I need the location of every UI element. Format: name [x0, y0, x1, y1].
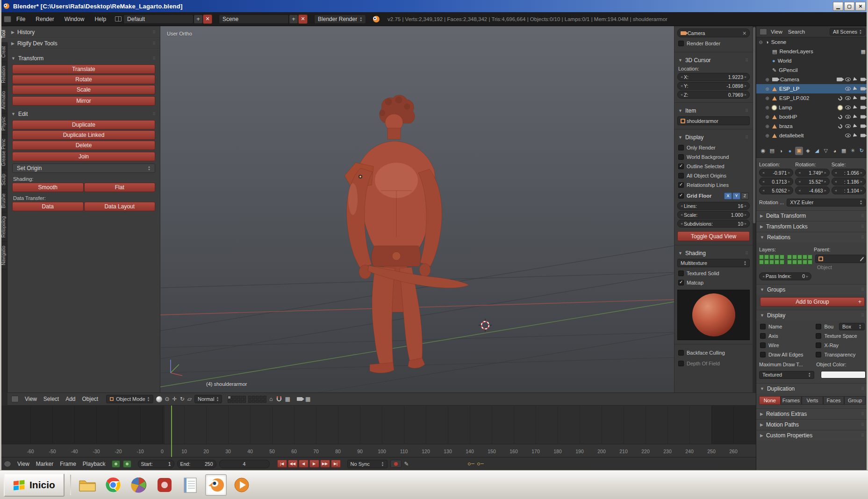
manipulator-scale-icon[interactable]: ▱: [187, 396, 192, 402]
properties-tab-object[interactable]: ▣: [795, 147, 803, 155]
pass-index-field[interactable]: ◂ Pass Index: 0 ▸: [759, 272, 811, 280]
visibility-eye-icon[interactable]: [845, 106, 851, 109]
snap-element-icon[interactable]: ▦: [285, 396, 290, 402]
properties-tab-render[interactable]: ◉: [759, 147, 767, 155]
viewport-layer-cell[interactable]: [243, 399, 246, 403]
data-button[interactable]: Data: [12, 202, 84, 211]
panel-motion-paths[interactable]: ▶Motion Paths⠿: [756, 419, 868, 430]
properties-tab-modifiers[interactable]: ◢: [813, 147, 821, 155]
viewport-layer-cell[interactable]: [263, 396, 266, 399]
taskbar-media-player-icon[interactable]: [231, 474, 252, 496]
collapse-icon[interactable]: ⊖: [758, 40, 763, 45]
scale-value-field[interactable]: ◂: 1.104▸: [832, 186, 866, 194]
layer-cell[interactable]: [775, 260, 779, 264]
display-wire-checkbox[interactable]: Wire: [759, 341, 815, 350]
sync-mode-select[interactable]: No Sync ▲▼: [347, 460, 387, 468]
menu-file[interactable]: File: [11, 12, 30, 26]
layer-cell[interactable]: [787, 255, 792, 259]
taskbar-folder-icon[interactable]: [77, 474, 98, 496]
bounds-type-select[interactable]: Box▲▼: [839, 323, 865, 330]
delete-layout-button[interactable]: ✕: [203, 14, 212, 24]
eyedropper-icon[interactable]: [860, 257, 864, 261]
layer-cell[interactable]: [808, 260, 812, 264]
outliner-row-renderlayers[interactable]: ▤RenderLayers▦: [756, 47, 868, 56]
layer-cell[interactable]: [792, 260, 797, 264]
timeline-menu-view[interactable]: View: [14, 457, 33, 470]
editor-type-icon[interactable]: [11, 396, 19, 402]
layer-cell[interactable]: [780, 255, 784, 259]
axis-toggle-x[interactable]: X: [724, 192, 732, 200]
selectability-icon[interactable]: [853, 114, 858, 119]
cursor-y-field[interactable]: ◂Y:-1.0898▸: [677, 82, 750, 90]
viewport-menu-select[interactable]: Select: [40, 393, 62, 405]
scale-button[interactable]: Scale: [12, 85, 155, 94]
axis-toggle-z[interactable]: Z: [741, 192, 749, 200]
timeline-playhead[interactable]: [171, 406, 172, 457]
panel-groups[interactable]: ▼Groups⠿: [756, 284, 868, 295]
delete-button[interactable]: Delete: [12, 141, 155, 150]
display-outline-selected-checkbox[interactable]: Outline Selected: [677, 162, 750, 171]
selectability-icon[interactable]: [853, 133, 858, 138]
properties-tab-scene[interactable]: ◑: [777, 147, 785, 155]
screen-layout-icon[interactable]: [115, 16, 122, 21]
layer-cell[interactable]: [808, 255, 812, 259]
viewport-layer-cell[interactable]: [248, 399, 251, 403]
editor-type-icon[interactable]: [4, 16, 11, 22]
display-world-background-checkbox[interactable]: World Background: [677, 152, 750, 162]
taskbar-blender-icon[interactable]: [205, 474, 227, 496]
panel-duplication[interactable]: ▼Duplication⠿: [756, 383, 868, 394]
expand-icon[interactable]: ⊕: [765, 105, 770, 110]
keying-pencil-icon[interactable]: ✎: [404, 461, 409, 467]
outliner-row-esp-lp-002[interactable]: ⊕ESP_LP.002: [756, 93, 868, 103]
rotation-value-field[interactable]: ◂1.749°▸: [795, 169, 829, 177]
keyframe-icon[interactable]: [468, 463, 471, 465]
item-name-field[interactable]: shoulderarmor: [677, 116, 750, 125]
outliner-row-esp-lp[interactable]: ⊕ESP_LP: [756, 84, 868, 93]
shading-mode-select[interactable]: Multitexture ▲▼: [677, 259, 750, 267]
add-to-group-button[interactable]: Add to Group +: [760, 297, 865, 307]
panel-history[interactable]: ▶History⠿: [7, 27, 160, 37]
transport-button-3[interactable]: ▶: [309, 460, 319, 468]
scene-field[interactable]: Scene: [219, 14, 289, 24]
outliner-row-braza[interactable]: ⊕braza: [756, 121, 868, 131]
renderability-icon[interactable]: [861, 115, 865, 119]
taskbar-notepad-icon[interactable]: [179, 474, 201, 496]
visibility-eye-icon[interactable]: [845, 96, 851, 100]
record-button[interactable]: [390, 460, 402, 468]
viewport-layer-cell[interactable]: [259, 399, 263, 403]
layer-cell[interactable]: [769, 255, 774, 259]
frame-start-field[interactable]: Start:1: [138, 460, 174, 468]
properties-tab-object-data[interactable]: ▽: [822, 147, 830, 155]
panel-rigify-dev-tools[interactable]: ▶Rigify Dev Tools⠿: [7, 38, 160, 49]
viewport-layer-cell[interactable]: [243, 396, 246, 399]
renderability-icon[interactable]: [861, 87, 865, 91]
outliner-row-detallebelt[interactable]: ⊕detallebelt: [756, 131, 868, 140]
panel-item[interactable]: ▼Item⠿: [677, 107, 750, 115]
start-button[interactable]: Inicio: [4, 473, 65, 497]
timeline-menu-marker[interactable]: Marker: [33, 457, 57, 470]
viewport-layer-cell[interactable]: [259, 396, 263, 399]
renderability-icon[interactable]: [861, 78, 865, 81]
draw-type-select[interactable]: Textured ▲▼: [759, 371, 814, 379]
viewport-menu-view[interactable]: View: [22, 393, 40, 405]
set-origin-menu[interactable]: Set Origin ▲▼: [12, 164, 155, 173]
location-value-field[interactable]: ◂-0.971▸: [759, 169, 793, 177]
outliner-row-boothp[interactable]: ⊕bootHP: [756, 112, 868, 121]
layer-cell[interactable]: [803, 255, 807, 259]
panel-shading[interactable]: ▼Shading⠿: [677, 249, 750, 257]
selectability-icon[interactable]: [853, 124, 858, 128]
timeline-editor-icon[interactable]: [4, 461, 11, 467]
layer-cell[interactable]: [780, 260, 784, 264]
manipulator-rotate-icon[interactable]: ↻: [180, 396, 185, 402]
panel-edit[interactable]: ▼Edit⠿: [7, 109, 160, 119]
duplication-none[interactable]: None: [759, 396, 781, 405]
viewport-layer-cell[interactable]: [256, 399, 259, 403]
viewport-layers-widget[interactable]: [228, 396, 246, 403]
renderability-icon[interactable]: [861, 125, 865, 128]
viewport-layer-cell[interactable]: [231, 399, 235, 403]
display-relationship-lines-checkbox[interactable]: Relationship Lines: [677, 180, 750, 190]
visibility-eye-icon[interactable]: [845, 134, 851, 137]
viewport-layer-cell[interactable]: [235, 399, 238, 403]
add-layout-button[interactable]: +: [194, 14, 203, 24]
display-draw-all-edges-checkbox[interactable]: Draw All Edges: [759, 350, 815, 359]
